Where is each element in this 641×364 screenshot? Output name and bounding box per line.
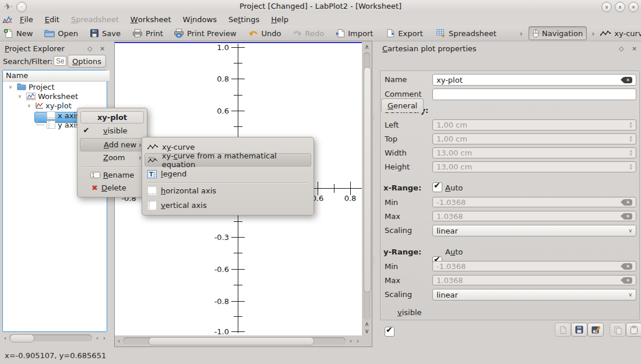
- x-scaling-combobox[interactable]: linear ∨: [432, 225, 636, 236]
- undo-button[interactable]: Undo: [245, 26, 285, 40]
- width-spinbox[interactable]: 13,00 cm ∧∨: [432, 147, 636, 158]
- context-menu-title: xy-plot: [80, 111, 144, 123]
- copy-button[interactable]: [610, 323, 626, 337]
- paste-button[interactable]: [626, 323, 641, 337]
- tree-item-project[interactable]: ∨ Project: [3, 82, 107, 91]
- menu-item-visible[interactable]: ✔ visible: [80, 125, 145, 137]
- scroll-right-icon[interactable]: ›: [355, 337, 361, 344]
- scroll-left-icon[interactable]: ‹: [348, 337, 354, 344]
- import-button[interactable]: Import: [332, 26, 376, 40]
- x-tick-label: 0.8: [344, 194, 357, 203]
- y-min-input[interactable]: -1.0368 ✕: [432, 261, 636, 271]
- menu-edit[interactable]: Edit: [39, 13, 65, 26]
- tree-item-worksheet[interactable]: ∨ Worksheet: [3, 91, 107, 101]
- scrollbar-thumb[interactable]: [10, 334, 34, 342]
- splitter-handle[interactable]: ···: [373, 114, 375, 121]
- visible-checkbox[interactable]: ✔: [385, 327, 395, 337]
- xy-curve-button[interactable]: xy-curve: [597, 26, 641, 40]
- comment-label: Comment: [385, 90, 422, 98]
- tab-general[interactable]: General: [381, 98, 424, 112]
- comment-input[interactable]: [432, 89, 636, 100]
- menu-item-add-new[interactable]: Add new ›: [80, 138, 145, 151]
- spinner-arrows-icon[interactable]: ∧∨: [629, 122, 632, 128]
- clear-field-icon[interactable]: ✕: [624, 77, 632, 83]
- scroll-up-icon[interactable]: ∧: [364, 321, 370, 327]
- menu-help[interactable]: Help: [265, 13, 294, 26]
- expand-arrow-icon[interactable]: ∨: [27, 103, 33, 108]
- scroll-down-icon[interactable]: ∨: [364, 328, 370, 334]
- search-filter-label: Search/Filter:: [3, 57, 52, 66]
- tree-header-name[interactable]: Name: [3, 70, 110, 82]
- search-input[interactable]: [54, 56, 66, 66]
- toolbar-extension-chevron-icon[interactable]: ›: [517, 29, 525, 38]
- redo-button-label: Redo: [305, 29, 325, 38]
- top-value: 1,00 cm: [436, 135, 467, 143]
- title-bar[interactable]: · Project [Changed] - LabPlot2 - [Worksh…: [0, 0, 641, 13]
- submenu-item-vertical-axis[interactable]: vertical axis: [145, 199, 311, 211]
- save-button[interactable]: Save: [86, 26, 124, 40]
- scrollbar-thumb[interactable]: [149, 337, 314, 345]
- worksheet-h-scrollbar[interactable]: ‹ ‹ ›: [115, 336, 362, 345]
- submenu-item-xy-curve-equation[interactable]: f(x) xy-curve from a mathematical equati…: [145, 153, 311, 167]
- scroll-right-icon[interactable]: ›: [101, 334, 107, 341]
- dock-close-icon[interactable]: ×: [100, 45, 105, 52]
- scroll-left-icon[interactable]: ‹: [2, 334, 8, 341]
- expand-arrow-icon[interactable]: ∨: [18, 94, 24, 99]
- new-button[interactable]: New: [0, 26, 36, 40]
- scroll-up-icon[interactable]: ∧: [364, 44, 370, 50]
- dock-float-icon[interactable]: ◇: [619, 45, 624, 52]
- menu-item-label: Zoom: [103, 153, 125, 162]
- window-minimize-button[interactable]: ∨: [601, 2, 612, 12]
- menu-bar: File Edit Spreadsheet Worksheet Windows …: [0, 13, 641, 26]
- menu-settings[interactable]: Settings: [223, 13, 265, 26]
- load-template-button[interactable]: [555, 323, 571, 337]
- spinner-arrows-icon[interactable]: ∧∨: [629, 164, 632, 170]
- splitter-handle[interactable]: ···: [373, 256, 375, 263]
- expand-arrow-icon[interactable]: ∨: [9, 84, 15, 90]
- worksheet-v-scrollbar[interactable]: ∧ ∧ ∨: [362, 41, 371, 335]
- spinner-arrows-icon[interactable]: ∧∨: [629, 136, 632, 142]
- x-auto-checkbox[interactable]: ✔: [432, 182, 442, 192]
- options-button[interactable]: Options: [68, 55, 106, 68]
- spinner-arrows-icon[interactable]: ∧∨: [629, 150, 632, 156]
- toolbar-extension-chevron-icon[interactable]: ›: [589, 29, 597, 38]
- export-button[interactable]: Export: [382, 26, 427, 40]
- menu-item-rename[interactable]: Rename: [80, 169, 145, 181]
- name-input[interactable]: xy-plot ✕: [432, 74, 636, 86]
- y-max-input[interactable]: 1.0368 ✕: [432, 275, 636, 285]
- x-min-input[interactable]: -1.0368 ✕: [432, 197, 636, 207]
- dock-float-icon[interactable]: ◇: [87, 45, 92, 52]
- submenu-item-horizontal-axis[interactable]: horizontal axis: [145, 185, 311, 197]
- y-axis-tick: [231, 269, 245, 270]
- navigation-button[interactable]: Navigation: [529, 26, 587, 40]
- combo-arrow-icon: ∨: [628, 228, 632, 234]
- menu-worksheet[interactable]: Worksheet: [125, 13, 177, 26]
- print-button[interactable]: Print: [129, 26, 167, 40]
- menu-file[interactable]: File: [14, 13, 39, 26]
- scroll-left-icon[interactable]: ‹: [116, 337, 122, 344]
- menu-windows[interactable]: Windows: [177, 13, 223, 26]
- explorer-h-scrollbar[interactable]: ‹ ‹ ›: [2, 333, 106, 342]
- y-axis-icon: [47, 121, 55, 129]
- top-spinbox[interactable]: 1,00 cm ∧∨: [432, 133, 636, 144]
- save-template-button[interactable]: [571, 323, 587, 337]
- print-preview-button[interactable]: Print Preview: [170, 26, 240, 40]
- scroll-left-icon[interactable]: ‹: [94, 334, 100, 341]
- y-scaling-combobox[interactable]: linear ∨: [432, 289, 636, 301]
- clear-field-icon: ✕: [624, 263, 632, 270]
- window-close-button[interactable]: ×: [628, 2, 639, 12]
- redo-button[interactable]: Redo: [288, 26, 328, 40]
- menu-spreadsheet[interactable]: Spreadsheet: [65, 13, 125, 26]
- x-max-input[interactable]: 1.0368 ✕: [432, 211, 636, 221]
- dock-close-icon[interactable]: ×: [632, 45, 637, 52]
- open-button[interactable]: Open: [41, 26, 82, 40]
- spreadsheet-button[interactable]: Spreadsheet: [432, 26, 500, 40]
- height-spinbox[interactable]: 13,00 cm ∧∨: [432, 161, 636, 172]
- window-maximize-button[interactable]: ∧: [615, 2, 625, 12]
- scrollbar-thumb[interactable]: [364, 67, 371, 292]
- menu-item-delete[interactable]: ✖ Delete: [80, 182, 145, 194]
- save-edit-template-button[interactable]: [587, 323, 604, 337]
- menu-item-zoom[interactable]: Zoom ›: [80, 151, 145, 164]
- left-spinbox[interactable]: 1,00 cm ∧∨: [432, 119, 636, 130]
- submenu-item-legend[interactable]: T legend: [145, 168, 311, 180]
